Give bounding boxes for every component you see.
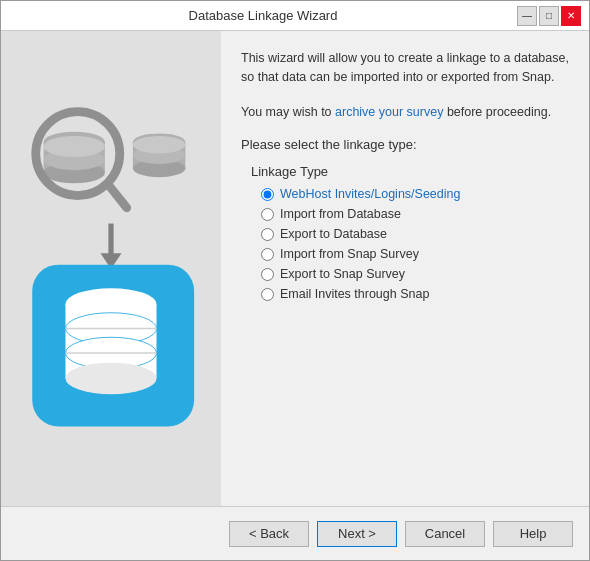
radio-item-2[interactable]: Import from Database <box>261 207 569 221</box>
radio-item-1[interactable]: WebHost Invites/Logins/Seeding <box>261 187 569 201</box>
svg-point-9 <box>133 136 186 154</box>
window-title: Database Linkage Wizard <box>9 8 517 23</box>
main-window: Database Linkage Wizard — □ ✕ <box>0 0 590 561</box>
maximize-button[interactable]: □ <box>539 6 559 26</box>
svg-point-19 <box>66 362 157 394</box>
help-button[interactable]: Help <box>493 521 573 547</box>
radio-label-import-snap[interactable]: Import from Snap Survey <box>280 247 419 261</box>
illustration-panel <box>1 31 221 506</box>
radio-export-snap[interactable] <box>261 268 274 281</box>
radio-import-snap[interactable] <box>261 248 274 261</box>
intro-text-1: This wizard will allow you to create a l… <box>241 49 569 87</box>
svg-line-11 <box>109 185 127 207</box>
footer: < Back Next > Cancel Help <box>1 506 589 560</box>
archive-link[interactable]: archive your survey <box>335 105 443 119</box>
window-controls: — □ ✕ <box>517 6 581 26</box>
radio-label-export-snap[interactable]: Export to Snap Survey <box>280 267 405 281</box>
radio-item-4[interactable]: Import from Snap Survey <box>261 247 569 261</box>
radio-label-webhost[interactable]: WebHost Invites/Logins/Seeding <box>280 187 460 201</box>
radio-label-import-db[interactable]: Import from Database <box>280 207 401 221</box>
intro-text-2: You may wish to archive your survey befo… <box>241 103 569 122</box>
svg-point-4 <box>44 136 105 157</box>
right-panel: This wizard will allow you to create a l… <box>221 31 589 506</box>
content-area: This wizard will allow you to create a l… <box>1 31 589 506</box>
next-button[interactable]: Next > <box>317 521 397 547</box>
database-illustration <box>11 94 211 444</box>
radio-webhost[interactable] <box>261 188 274 201</box>
close-button[interactable]: ✕ <box>561 6 581 26</box>
radio-export-db[interactable] <box>261 228 274 241</box>
select-label: Please select the linkage type: <box>241 137 569 152</box>
radio-label-export-db[interactable]: Export to Database <box>280 227 387 241</box>
radio-import-db[interactable] <box>261 208 274 221</box>
title-bar: Database Linkage Wizard — □ ✕ <box>1 1 589 31</box>
radio-item-5[interactable]: Export to Snap Survey <box>261 267 569 281</box>
radio-label-email-invites[interactable]: Email Invites through Snap <box>280 287 429 301</box>
back-button[interactable]: < Back <box>229 521 309 547</box>
radio-item-3[interactable]: Export to Database <box>261 227 569 241</box>
linkage-group-title: Linkage Type <box>251 164 569 179</box>
cancel-button[interactable]: Cancel <box>405 521 485 547</box>
radio-email-invites[interactable] <box>261 288 274 301</box>
linkage-type-group: Linkage Type WebHost Invites/Logins/Seed… <box>241 164 569 307</box>
minimize-button[interactable]: — <box>517 6 537 26</box>
radio-item-6[interactable]: Email Invites through Snap <box>261 287 569 301</box>
